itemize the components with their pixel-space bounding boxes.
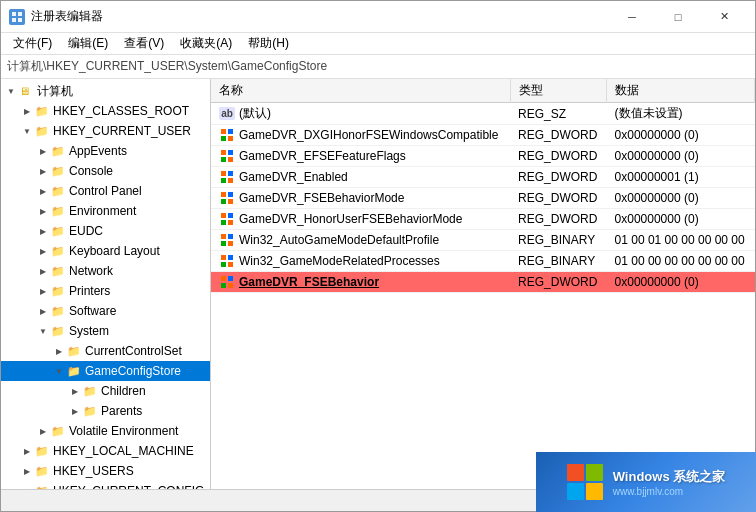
sidebar-tree[interactable]: ▼🖥计算机▶📁HKEY_CLASSES_ROOT▼📁HKEY_CURRENT_U…: [1, 79, 211, 489]
expand-icon: ▶: [35, 287, 51, 296]
tree-label: Volatile Environment: [69, 424, 178, 438]
sidebar-item-console[interactable]: ▶📁Console: [1, 161, 210, 181]
svg-rect-13: [228, 171, 233, 176]
svg-rect-25: [228, 234, 233, 239]
logo-red: [567, 464, 584, 481]
expand-icon: ▶: [35, 227, 51, 236]
entry-data: 0x00000000 (0): [607, 146, 755, 167]
svg-rect-6: [221, 136, 226, 141]
menu-item-h[interactable]: 帮助(H): [240, 33, 297, 54]
sidebar-item-parents[interactable]: ▶📁Parents: [1, 401, 210, 421]
expand-icon: ▶: [67, 407, 83, 416]
svg-rect-4: [221, 129, 226, 134]
table-row[interactable]: ab(默认)REG_SZ(数值未设置): [211, 103, 755, 125]
maximize-button[interactable]: □: [655, 1, 701, 33]
entry-type: REG_DWORD: [510, 272, 607, 293]
tree-label: Network: [69, 264, 113, 278]
table-row[interactable]: GameDVR_FSEBehaviorModeREG_DWORD0x000000…: [211, 188, 755, 209]
sidebar-item-environment[interactable]: ▶📁Environment: [1, 201, 210, 221]
menu-item-a[interactable]: 收藏夹(A): [172, 33, 240, 54]
sidebar-item-[interactable]: ▼🖥计算机: [1, 81, 210, 101]
svg-rect-10: [221, 157, 226, 162]
sidebar-item-printers[interactable]: ▶📁Printers: [1, 281, 210, 301]
table-row[interactable]: Win32_GameModeRelatedProcessesREG_BINARY…: [211, 251, 755, 272]
sidebar-item-keyboardlayout[interactable]: ▶📁Keyboard Layout: [1, 241, 210, 261]
folder-icon: 📁: [51, 185, 67, 198]
entry-data: 01 00 01 00 00 00 00 00: [607, 230, 755, 251]
entry-type: REG_DWORD: [510, 146, 607, 167]
sidebar-item-gameconfigstore[interactable]: ▼📁GameConfigStore: [1, 361, 210, 381]
menu-item-v[interactable]: 查看(V): [116, 33, 172, 54]
entry-name: GameDVR_FSEBehavior: [211, 272, 510, 293]
sidebar-item-eudc[interactable]: ▶📁EUDC: [1, 221, 210, 241]
sidebar-item-children[interactable]: ▶📁Children: [1, 381, 210, 401]
entry-type: REG_BINARY: [510, 230, 607, 251]
menu-item-f[interactable]: 文件(F): [5, 33, 60, 54]
svg-rect-14: [221, 178, 226, 183]
table-row[interactable]: GameDVR_EnabledREG_DWORD0x00000001 (1): [211, 167, 755, 188]
svg-rect-11: [228, 157, 233, 162]
entry-type: REG_SZ: [510, 103, 607, 125]
minimize-button[interactable]: ─: [609, 1, 655, 33]
addressbar: 计算机\HKEY_CURRENT_USER\System\GameConfigS…: [1, 55, 755, 79]
tree-label: Printers: [69, 284, 110, 298]
grid-icon: [219, 211, 235, 227]
svg-rect-31: [228, 262, 233, 267]
entry-name-text: Win32_AutoGameModeDefaultProfile: [239, 233, 439, 247]
addressbar-label: 计算机\HKEY_CURRENT_USER\System\GameConfigS…: [7, 58, 327, 75]
expand-icon: ▶: [35, 427, 51, 436]
svg-rect-9: [228, 150, 233, 155]
sidebar-item-appevents[interactable]: ▶📁AppEvents: [1, 141, 210, 161]
registry-entries-table: 名称 类型 数据 ab(默认)REG_SZ(数值未设置)GameDVR_DXGI…: [211, 79, 755, 293]
svg-rect-8: [221, 150, 226, 155]
svg-rect-20: [221, 213, 226, 218]
table-row[interactable]: GameDVR_EFSEFeatureFlagsREG_DWORD0x00000…: [211, 146, 755, 167]
sidebar-item-software[interactable]: ▶📁Software: [1, 301, 210, 321]
folder-icon: 📁: [83, 405, 99, 418]
tree-label: System: [69, 324, 109, 338]
ab-icon: ab: [219, 106, 235, 122]
folder-icon: 📁: [35, 105, 51, 118]
folder-icon: 📁: [67, 345, 83, 358]
registry-table[interactable]: 名称 类型 数据 ab(默认)REG_SZ(数值未设置)GameDVR_DXGI…: [211, 79, 755, 489]
tree-label: Console: [69, 164, 113, 178]
svg-rect-17: [228, 192, 233, 197]
entry-type: REG_BINARY: [510, 251, 607, 272]
folder-icon: 📁: [51, 205, 67, 218]
tree-label: AppEvents: [69, 144, 127, 158]
sidebar-item-currentcontrolset[interactable]: ▶📁CurrentControlSet: [1, 341, 210, 361]
entry-name: GameDVR_FSEBehaviorMode: [211, 188, 510, 209]
entry-name: Win32_GameModeRelatedProcesses: [211, 251, 510, 272]
table-row[interactable]: GameDVR_FSEBehaviorREG_DWORD0x00000000 (…: [211, 272, 755, 293]
sidebar-item-hkeylocalmachine[interactable]: ▶📁HKEY_LOCAL_MACHINE: [1, 441, 210, 461]
tree-label: Software: [69, 304, 116, 318]
watermark-info: Windows 系统之家 www.bjjmlv.com: [613, 468, 726, 497]
table-row[interactable]: Win32_AutoGameModeDefaultProfileREG_BINA…: [211, 230, 755, 251]
entry-name-text: GameDVR_EFSEFeatureFlags: [239, 149, 406, 163]
col-type[interactable]: 类型: [510, 79, 607, 103]
menu-item-e[interactable]: 编辑(E): [60, 33, 116, 54]
expand-icon: ▶: [35, 267, 51, 276]
entry-name: GameDVR_Enabled: [211, 167, 510, 188]
tree-label: GameConfigStore: [85, 364, 181, 378]
tree-label: CurrentControlSet: [85, 344, 182, 358]
sidebar-item-hkeycurrentuser[interactable]: ▼📁HKEY_CURRENT_USER: [1, 121, 210, 141]
table-row[interactable]: GameDVR_HonorUserFSEBehaviorModeREG_DWOR…: [211, 209, 755, 230]
col-data[interactable]: 数据: [607, 79, 755, 103]
close-button[interactable]: ✕: [701, 1, 747, 33]
sidebar-item-controlpanel[interactable]: ▶📁Control Panel: [1, 181, 210, 201]
folder-icon: 📁: [51, 285, 67, 298]
sidebar-item-volatileenvironment[interactable]: ▶📁Volatile Environment: [1, 421, 210, 441]
folder-icon: 📁: [83, 385, 99, 398]
sidebar-item-hkeycurrentconfig[interactable]: ▶📁HKEY_CURRENT_CONFIG: [1, 481, 210, 489]
sidebar-item-system[interactable]: ▼📁System: [1, 321, 210, 341]
col-name[interactable]: 名称: [211, 79, 510, 103]
sidebar-item-hkeyclassesroot[interactable]: ▶📁HKEY_CLASSES_ROOT: [1, 101, 210, 121]
svg-rect-29: [228, 255, 233, 260]
folder-icon: 📁: [51, 245, 67, 258]
sidebar-item-hkeyusers[interactable]: ▶📁HKEY_USERS: [1, 461, 210, 481]
sidebar-item-network[interactable]: ▶📁Network: [1, 261, 210, 281]
svg-rect-19: [228, 199, 233, 204]
svg-rect-1: [18, 12, 22, 16]
table-row[interactable]: GameDVR_DXGIHonorFSEWindowsCompatibleREG…: [211, 125, 755, 146]
